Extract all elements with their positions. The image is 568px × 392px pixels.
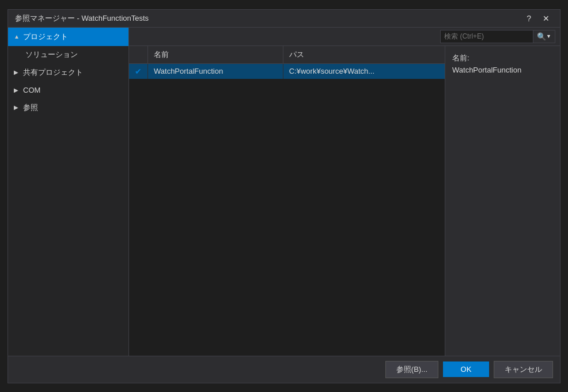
dialog-body: ▲ プロジェクト ソリューション ▶ 共有プロジェクト ▶ COM ▶ 参照 bbox=[8, 28, 560, 356]
search-input-wrapper: 🔍 ▼ bbox=[440, 30, 555, 43]
detail-name-label: 名前: bbox=[452, 53, 553, 63]
detail-panel: 名前: WatchPortalFunction bbox=[445, 46, 560, 356]
title-bar-controls: ? ✕ bbox=[523, 13, 553, 24]
search-icon: 🔍 bbox=[537, 32, 546, 41]
sidebar-item-shared-projects-label: 共有プロジェクト bbox=[23, 67, 83, 78]
sidebar-item-com-label: COM bbox=[23, 86, 40, 94]
sidebar-item-reference-label: 参照 bbox=[23, 102, 38, 113]
col-header-name: 名前 bbox=[148, 46, 283, 64]
sidebar: ▲ プロジェクト ソリューション ▶ 共有プロジェクト ▶ COM ▶ 参照 bbox=[8, 28, 129, 356]
close-button[interactable]: ✕ bbox=[539, 13, 553, 24]
checkbox-checked-icon: ✔ bbox=[135, 67, 142, 76]
footer: 参照(B)... OK キャンセル bbox=[8, 356, 560, 383]
search-input[interactable] bbox=[441, 31, 533, 42]
title-bar: 参照マネージャー - WatchFunctionTests ? ✕ bbox=[8, 10, 560, 28]
sidebar-item-com[interactable]: ▶ COM bbox=[8, 82, 128, 98]
ok-button[interactable]: OK bbox=[443, 361, 489, 377]
dialog-title: 参照マネージャー - WatchFunctionTests bbox=[15, 13, 149, 24]
sidebar-item-projects-label: プロジェクト bbox=[23, 32, 68, 42]
shared-projects-chevron: ▶ bbox=[14, 69, 20, 75]
browse-button[interactable]: 参照(B)... bbox=[385, 361, 438, 378]
reference-table: 名前 パス ✔WatchPortalFunctionC:¥work¥source… bbox=[129, 46, 445, 79]
help-button[interactable]: ? bbox=[523, 13, 535, 24]
reference-manager-dialog: 参照マネージャー - WatchFunctionTests ? ✕ ▲ プロジェ… bbox=[7, 9, 561, 383]
cancel-button[interactable]: キャンセル bbox=[494, 361, 553, 378]
main-content: 🔍 ▼ 名前 パス bbox=[129, 28, 560, 356]
sidebar-item-shared-projects[interactable]: ▶ 共有プロジェクト bbox=[8, 63, 128, 82]
sidebar-item-solution[interactable]: ソリューション bbox=[8, 46, 128, 63]
sidebar-item-reference[interactable]: ▶ 参照 bbox=[8, 98, 128, 117]
table-header-row: 名前 パス bbox=[129, 46, 445, 64]
table-area: 名前 パス ✔WatchPortalFunctionC:¥work¥source… bbox=[129, 46, 445, 356]
sidebar-item-solution-label: ソリューション bbox=[25, 50, 78, 60]
row-checkbox[interactable]: ✔ bbox=[129, 63, 148, 79]
row-path: C:¥work¥source¥Watch... bbox=[283, 63, 445, 79]
reference-chevron: ▶ bbox=[14, 104, 20, 111]
search-bar: 🔍 ▼ bbox=[129, 28, 560, 46]
projects-chevron: ▲ bbox=[14, 33, 20, 40]
search-button[interactable]: 🔍 ▼ bbox=[533, 31, 555, 43]
detail-name-value: WatchPortalFunction bbox=[452, 66, 553, 74]
content-area: 名前 パス ✔WatchPortalFunctionC:¥work¥source… bbox=[129, 46, 560, 356]
table-row[interactable]: ✔WatchPortalFunctionC:¥work¥source¥Watch… bbox=[129, 63, 445, 79]
com-chevron: ▶ bbox=[14, 87, 20, 93]
col-header-check bbox=[129, 46, 148, 64]
sidebar-item-projects[interactable]: ▲ プロジェクト bbox=[8, 28, 128, 46]
col-header-path: パス bbox=[283, 46, 445, 64]
search-dropdown-arrow: ▼ bbox=[546, 33, 551, 39]
row-name: WatchPortalFunction bbox=[148, 63, 283, 79]
